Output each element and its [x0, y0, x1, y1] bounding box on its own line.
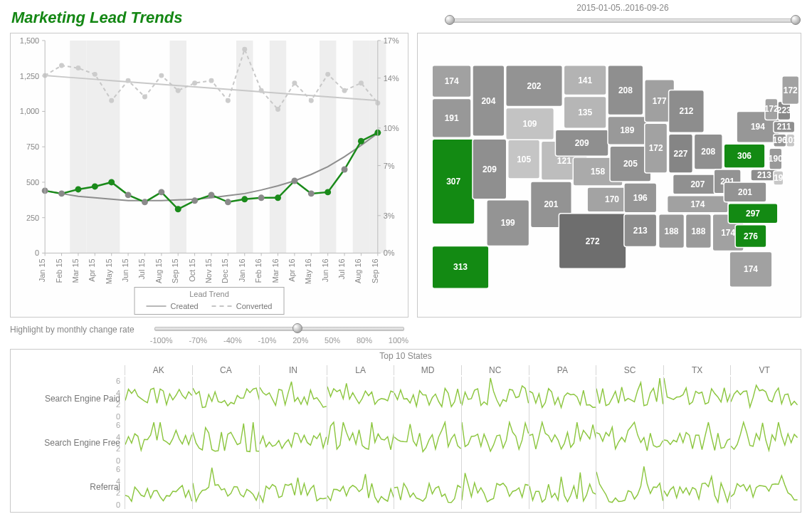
svg-text:208: 208	[701, 147, 715, 157]
spark-cell[interactable]	[394, 377, 461, 421]
svg-point-102	[109, 98, 114, 103]
spark-cell[interactable]	[327, 377, 394, 421]
svg-point-85	[175, 206, 181, 212]
svg-text:213: 213	[757, 170, 771, 180]
spark-col-MD: MD	[394, 365, 461, 375]
spark-cell[interactable]	[461, 421, 529, 465]
svg-text:1,500: 1,500	[20, 36, 39, 45]
slider-track	[449, 19, 796, 23]
svg-point-115	[325, 72, 330, 77]
spark-cell[interactable]	[529, 421, 596, 465]
svg-rect-2	[103, 41, 120, 253]
svg-text:500: 500	[26, 178, 39, 187]
svg-text:121: 121	[557, 156, 571, 166]
svg-text:201: 201	[544, 199, 558, 209]
svg-text:227: 227	[674, 149, 688, 159]
us-map-svg: 1741913072042091051992021091212011411352…	[418, 33, 801, 317]
highlight-control: Highlight by monthly change rate -100%-7…	[10, 323, 408, 345]
svg-text:188: 188	[665, 226, 679, 236]
spark-col-LA: LA	[327, 365, 394, 375]
spark-cell[interactable]	[394, 421, 461, 465]
svg-point-108	[209, 78, 214, 83]
spark-cell[interactable]	[259, 377, 327, 421]
slider-thumb-end[interactable]	[791, 15, 801, 25]
svg-text:209: 209	[575, 138, 589, 148]
spark-col-AK: AK	[125, 365, 192, 375]
svg-text:207: 207	[690, 179, 705, 189]
svg-text:3%: 3%	[384, 211, 395, 220]
spark-cell[interactable]	[663, 421, 731, 465]
spark-cell[interactable]	[461, 377, 529, 421]
spark-cell[interactable]	[394, 465, 461, 509]
spark-col-CA: CA	[192, 365, 260, 375]
svg-text:Jan 15: Jan 15	[38, 258, 46, 282]
spark-col-VT: VT	[730, 365, 798, 375]
svg-text:Sep 16: Sep 16	[371, 258, 379, 283]
date-range-slider[interactable]	[445, 15, 801, 25]
svg-text:14%: 14%	[384, 74, 399, 83]
spark-cell[interactable]	[730, 421, 798, 465]
svg-point-111	[259, 88, 264, 93]
spark-cell[interactable]	[192, 465, 260, 509]
spark-cell[interactable]	[192, 377, 260, 421]
date-range-label: 2015-01-05..2016-09-26	[445, 3, 801, 13]
us-map-chart[interactable]: 1741913072042091051992021091212011411352…	[417, 33, 801, 318]
svg-text:7%: 7%	[384, 162, 395, 170]
spark-cell[interactable]	[125, 421, 192, 465]
svg-text:313: 313	[453, 262, 468, 272]
spark-cell[interactable]	[529, 377, 596, 421]
spark-cell[interactable]	[663, 377, 731, 421]
lead-trend-svg: 02505007501,0001,2501,500 0%3%7%10%14%17…	[11, 33, 408, 317]
highlight-slider[interactable]: -100%-70%-40%-10%20%50%80%100%	[150, 323, 408, 345]
svg-text:May 15: May 15	[105, 258, 113, 284]
spark-cell[interactable]	[259, 421, 327, 465]
spark-cell[interactable]	[730, 465, 798, 509]
svg-point-86	[191, 197, 198, 204]
svg-text:Feb 16: Feb 16	[254, 258, 263, 283]
spark-cell[interactable]	[327, 421, 394, 465]
spark-cell[interactable]	[125, 377, 192, 421]
legend-title: Lead Trend	[141, 289, 278, 299]
lead-trend-chart[interactable]: 02505007501,0001,2501,500 0%3%7%10%14%17…	[10, 33, 408, 318]
spark-cell[interactable]	[596, 465, 663, 509]
spark-cell[interactable]	[596, 377, 663, 421]
svg-text:135: 135	[578, 108, 592, 117]
slider-thumb-start[interactable]	[445, 15, 455, 25]
svg-text:172: 172	[649, 143, 663, 153]
svg-text:0%: 0%	[384, 248, 395, 257]
svg-text:101: 101	[784, 135, 798, 145]
svg-text:177: 177	[653, 96, 667, 106]
svg-text:Apr 16: Apr 16	[288, 258, 296, 281]
svg-text:Dec 15: Dec 15	[221, 258, 229, 283]
svg-text:174: 174	[445, 76, 459, 86]
spark-cell[interactable]	[529, 465, 596, 509]
spark-cell[interactable]	[125, 465, 192, 509]
spark-cell[interactable]	[461, 465, 529, 509]
dashboard-page: Marketing Lead Trends 2015-01-05..2016-0…	[0, 0, 812, 524]
svg-text:17%: 17%	[384, 36, 399, 45]
spark-cell[interactable]	[192, 421, 260, 465]
spark-cell[interactable]	[663, 465, 731, 509]
svg-text:Nov 15: Nov 15	[204, 258, 213, 283]
spark-cell[interactable]	[730, 377, 798, 421]
highlight-tick: -10%	[258, 336, 277, 345]
svg-text:172: 172	[764, 104, 779, 114]
legend-converted: Converted	[236, 301, 273, 311]
spark-col-NC: NC	[461, 365, 529, 375]
highlight-label: Highlight by monthly change rate	[10, 325, 135, 335]
spark-cell[interactable]	[259, 465, 327, 509]
highlight-thumb[interactable]	[292, 323, 302, 333]
svg-text:Jun 15: Jun 15	[121, 258, 130, 282]
legend: Lead Trend Created Converted	[135, 287, 285, 315]
svg-point-113	[292, 80, 297, 85]
spark-cell[interactable]	[596, 421, 663, 465]
svg-text:109: 109	[523, 119, 537, 129]
svg-text:Jun 16: Jun 16	[321, 258, 329, 282]
svg-rect-4	[236, 41, 253, 253]
spark-cell[interactable]	[327, 465, 394, 509]
svg-text:Jul 15: Jul 15	[137, 258, 146, 279]
svg-rect-3	[170, 41, 186, 253]
highlight-tick: 100%	[389, 336, 408, 345]
svg-text:172: 172	[784, 85, 798, 95]
svg-text:158: 158	[591, 167, 605, 177]
